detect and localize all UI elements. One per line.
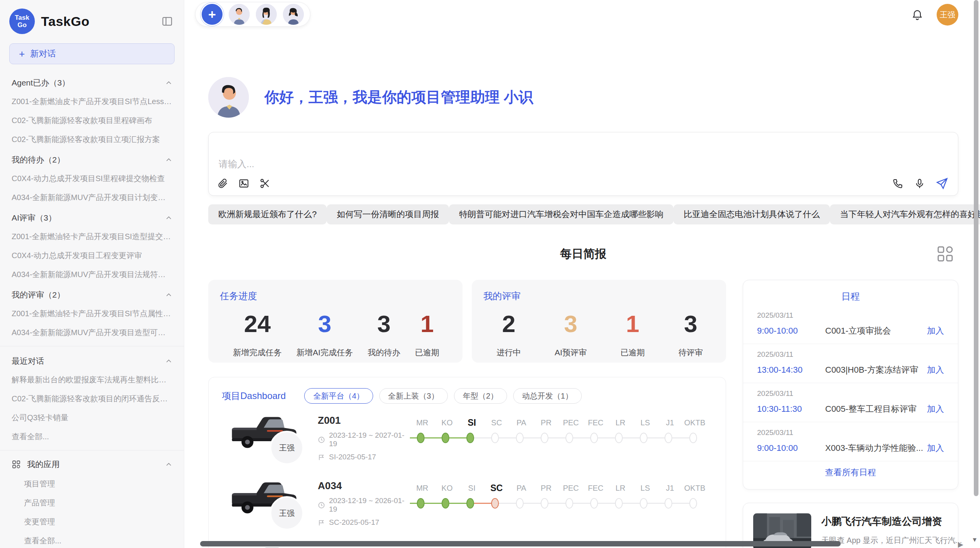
project-row[interactable]: 王强 A034 2023-12-19 ~ 2026-01-19 SC-2025-…: [209, 478, 726, 538]
new-chat-label: 新对话: [30, 48, 56, 60]
sidebar-item[interactable]: C02-飞腾新能源轻客改款项目立项汇报方案: [0, 130, 184, 149]
my-review-card: 我的评审 2 进行中 3 AI预评审 1 已逾期 3: [472, 280, 726, 363]
tab-new-platform[interactable]: 全新平台（4）: [304, 388, 373, 404]
notification-bell-icon[interactable]: [911, 9, 923, 21]
suggestion-chip[interactable]: 如何写一份清晰的项目周报: [327, 204, 449, 224]
chevron-up-icon[interactable]: [164, 214, 173, 222]
suggestion-chip[interactable]: 比亚迪全固态电池计划具体说了什么: [673, 204, 830, 224]
project-row[interactable]: 王强 Z001 2023-12-19 ~ 2027-01-19 SI-2025-…: [209, 412, 726, 473]
suggestion-chip[interactable]: 欧洲新规最近颁布了什么?: [208, 204, 327, 224]
milestone-line: [425, 437, 442, 438]
section-header-ai-review[interactable]: AI评审（3）: [0, 207, 184, 227]
flag-icon: [318, 454, 325, 461]
recent-chat-item[interactable]: C02-飞腾新能源轻客改款项目的闭环通告反馈情况: [0, 389, 184, 408]
project-info: A034 2023-12-19 ~ 2026-01-19 SC-2025-05-…: [318, 480, 407, 527]
milestone-label: FEC: [583, 482, 608, 494]
sidebar-item-my-apps[interactable]: 我的应用: [0, 454, 184, 474]
join-button[interactable]: 加入: [927, 442, 944, 454]
sidebar-item[interactable]: C02-飞腾新能源轻客改款项目里程碑画布: [0, 111, 184, 130]
chevron-up-icon[interactable]: [164, 357, 173, 365]
agent-avatar[interactable]: [283, 4, 304, 25]
project-flag: SI-2025-05-17: [318, 453, 407, 461]
schedule-title[interactable]: 日程: [743, 280, 958, 305]
stat-new-ai-completed: 3 新增AI完成任务: [296, 311, 353, 358]
project-dashboard-link[interactable]: 项目Dashboard: [222, 390, 286, 402]
vertical-scrollbar[interactable]: [974, 0, 978, 496]
composer-placeholder: 请输入...: [219, 158, 254, 170]
sidebar-item[interactable]: C0X4-动力总成开发项目工程变更评审: [0, 246, 184, 265]
join-button[interactable]: 加入: [927, 403, 944, 415]
milestone-labels: MRKOSISCPAPRPECFECLRLSJ1OKTB: [410, 482, 714, 494]
horizontal-scrollbar[interactable]: [200, 541, 841, 546]
milestone-dot: [541, 433, 548, 443]
milestone-line: [623, 503, 640, 504]
app-item-project-mgmt[interactable]: 项目管理: [0, 474, 184, 493]
task-progress-link[interactable]: 任务进度: [220, 290, 257, 302]
chevron-up-icon[interactable]: [164, 79, 173, 87]
stat-overdue: 1 已逾期: [620, 311, 645, 358]
add-agent-button[interactable]: +: [202, 4, 223, 25]
suggestion-chip[interactable]: 特朗普可能对进口汽车增税会对中国车企造成哪些影响: [449, 204, 673, 224]
section-title: 最近对话: [12, 356, 44, 366]
sidebar-collapse-icon[interactable]: [161, 15, 173, 27]
section-header-agent-done[interactable]: Agent已办（3）: [0, 72, 184, 92]
apps-view-all[interactable]: 查看全部...: [0, 531, 184, 548]
join-button[interactable]: 加入: [927, 364, 944, 376]
section-header-recent-chats[interactable]: 最近对话: [0, 350, 184, 370]
recent-chat-item[interactable]: 公司Q3轻卡销量: [0, 408, 184, 427]
stat-label: 新增完成任务: [233, 347, 282, 358]
stat-label: 已逾期: [415, 347, 439, 358]
chat-composer[interactable]: 请输入...: [208, 132, 958, 196]
join-button[interactable]: 加入: [927, 325, 944, 337]
tab-model-year[interactable]: 年型（2）: [454, 388, 507, 404]
section-title: Agent已办（3）: [12, 77, 70, 88]
tab-new-body[interactable]: 全新上装（3）: [379, 388, 448, 404]
send-icon[interactable]: [935, 177, 949, 190]
milestone-line: [474, 503, 491, 504]
milestone-label: OKTB: [682, 482, 707, 494]
stat-value: 24: [233, 311, 282, 337]
app-item-product-mgmt[interactable]: 产品管理: [0, 493, 184, 512]
new-chat-button[interactable]: + 新对话: [9, 43, 175, 64]
sidebar-item[interactable]: A034-全新新能源MUV产品开发项目造型可行性评审: [0, 323, 184, 342]
scroll-down-arrow[interactable]: ▼: [971, 536, 978, 543]
screenshot-scissors-icon[interactable]: [259, 178, 271, 189]
recent-view-all[interactable]: 查看全部...: [0, 427, 184, 446]
sidebar-item[interactable]: Z001-全新燃油轻卡产品开发项目SI造型提交物评审: [0, 227, 184, 246]
section-header-my-todo[interactable]: 我的待办（2）: [0, 149, 184, 169]
project-owner-badge: 王强: [270, 496, 304, 530]
suggestion-chip[interactable]: 当下年轻人对汽车外观有怎样的喜好趋势: [830, 204, 980, 224]
stat-value: 1: [415, 311, 439, 337]
scroll-right-arrow[interactable]: ▶: [958, 540, 963, 548]
sidebar-item[interactable]: A034-全新新能源MUV产品开发项目法规符合性评审: [0, 265, 184, 284]
recent-chat-item[interactable]: 解释最新出台的欧盟报废车法规再生塑料比例被调至15%...: [0, 370, 184, 389]
chevron-up-icon[interactable]: [164, 460, 173, 469]
section-title: 我的待办（2）: [12, 154, 65, 165]
tab-powertrain[interactable]: 动总开发（1）: [513, 388, 582, 404]
sidebar-item[interactable]: Z001-全新燃油轻卡产品开发项目SI节点属性5D文件评审: [0, 304, 184, 323]
view-all-schedule-link[interactable]: 查看所有日程: [743, 461, 958, 486]
microphone-icon[interactable]: [914, 178, 925, 189]
my-review-link[interactable]: 我的评审: [483, 290, 521, 302]
agent-avatar[interactable]: [229, 4, 250, 25]
schedule-event: 2025/03/11 10:30-11:30 C005-整车工程目标评审 加入: [743, 383, 958, 422]
chevron-up-icon[interactable]: [164, 156, 173, 164]
insert-image-icon[interactable]: [238, 178, 250, 189]
milestone-label: J1: [658, 417, 682, 428]
sidebar-item[interactable]: A034-全新新能源MUV产品开发项目计划变更表编写: [0, 188, 184, 207]
stat-label: 新增AI完成任务: [296, 347, 353, 358]
app-item-change-mgmt[interactable]: 变更管理: [0, 512, 184, 531]
flag-icon: [318, 519, 325, 526]
layout-grid-icon[interactable]: [937, 245, 954, 262]
chevron-up-icon[interactable]: [164, 291, 173, 299]
milestone-dot: [491, 433, 499, 443]
milestone-line: [623, 437, 640, 438]
attachment-icon[interactable]: [217, 178, 229, 189]
voice-call-icon[interactable]: [892, 178, 904, 189]
sidebar-item[interactable]: Z001-全新燃油皮卡产品开发项目SI节点Lesson Learn报告: [0, 92, 184, 111]
milestone-dot: [466, 433, 474, 443]
section-header-my-review[interactable]: 我的评审（2）: [0, 284, 184, 304]
sidebar-item[interactable]: C0X4-动力总成开发项目SI里程碑提交物检查: [0, 169, 184, 188]
agent-avatar[interactable]: [256, 4, 277, 25]
user-avatar[interactable]: 王强: [937, 4, 958, 26]
